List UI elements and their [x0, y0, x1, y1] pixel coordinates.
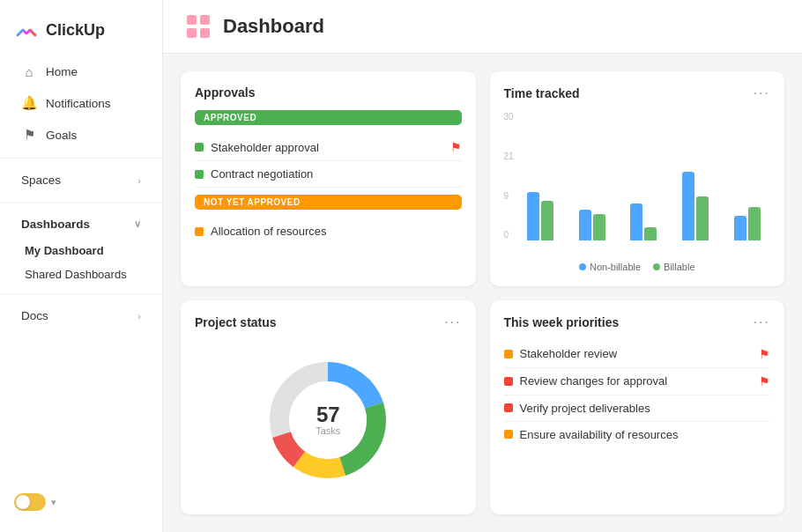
time-tracked-title: Time tracked — [504, 86, 580, 100]
project-status-menu[interactable]: ··· — [444, 314, 461, 330]
chart-legend: Non-billable Billable — [504, 262, 771, 272]
main-content: Dashboard Approvals APPROVED Stakeholder… — [163, 0, 802, 532]
sidebar-notifications-label: Notifications — [46, 97, 111, 110]
bar-blue-4 — [734, 216, 746, 240]
toggle-label: ▾ — [51, 497, 56, 508]
sidebar-item-goals[interactable]: ⚑ Goals — [7, 120, 155, 150]
priority-label-2: Verify project deliverables — [520, 402, 650, 415]
dashboard-grid: Approvals APPROVED Stakeholder approval … — [163, 54, 802, 532]
sidebar-item-notifications[interactable]: 🔔 Notifications — [7, 88, 155, 118]
bar-chart — [517, 112, 770, 258]
legend-dot-green — [653, 263, 660, 270]
sidebar-item-spaces[interactable]: Spaces › — [7, 166, 155, 194]
bar-blue-1 — [579, 210, 591, 240]
time-tracked-menu[interactable]: ··· — [754, 85, 770, 101]
spacer — [195, 188, 462, 195]
my-dashboard-label: My Dashboard — [25, 244, 104, 257]
sidebar-bottom: ▾ — [0, 483, 162, 521]
donut-number: 57 — [316, 404, 340, 425]
approvals-title: Approvals — [195, 85, 255, 100]
dashboards-label: Dashboards — [21, 218, 90, 231]
priority-item-1: Review changes for approval ⚑ — [504, 368, 771, 395]
divider-3 — [0, 293, 162, 294]
priorities-menu[interactable]: ··· — [754, 314, 770, 330]
home-icon: ⌂ — [21, 64, 37, 79]
svg-rect-1 — [200, 15, 210, 25]
legend-billable: Billable — [653, 262, 694, 272]
docs-label: Docs — [21, 309, 48, 322]
chart-wrapper: 30 21 9 0 — [504, 112, 771, 258]
sidebar-item-shared-dashboards[interactable]: Shared Dashboards — [0, 262, 162, 286]
approved-badge: APPROVED — [195, 110, 462, 125]
bar-group-4 — [724, 207, 770, 240]
approval-dot-green-1 — [195, 170, 204, 179]
bar-green-2 — [644, 227, 657, 240]
svg-rect-0 — [187, 15, 197, 25]
approval-dot-green-0 — [195, 143, 204, 151]
project-status-header: Project status ··· — [195, 314, 462, 330]
main-header: Dashboard — [163, 0, 802, 54]
bar-blue-0 — [527, 192, 539, 240]
donut-container: 57 Tasks — [195, 341, 462, 501]
theme-toggle-container[interactable]: ▾ — [14, 493, 148, 511]
donut-wrapper: 57 Tasks — [262, 354, 394, 486]
legend-non-billable: Non-billable — [579, 262, 641, 272]
legend-dot-blue — [579, 263, 586, 270]
approval-label-1: Contract negotiation — [211, 167, 313, 181]
priority-label-3: Ensure availability of resources — [520, 428, 679, 441]
shared-dashboards-label: Shared Dashboards — [25, 268, 127, 281]
sidebar-item-home[interactable]: ⌂ Home — [7, 57, 155, 86]
approvals-card: Approvals APPROVED Stakeholder approval … — [181, 71, 476, 286]
goals-icon: ⚑ — [21, 127, 37, 143]
y-label-0: 0 — [504, 230, 514, 240]
page-title: Dashboard — [223, 15, 324, 38]
y-label-9: 9 — [504, 191, 514, 201]
logo: ClickUp — [0, 11, 162, 56]
sidebar-item-my-dashboard[interactable]: My Dashboard — [0, 239, 162, 262]
bar-blue-2 — [630, 203, 642, 240]
sidebar-home-label: Home — [46, 65, 78, 78]
not-approved-badge: NOT YET APPROVED — [195, 195, 462, 210]
bar-green-0 — [541, 201, 553, 240]
toggle-knob — [16, 495, 30, 509]
priority-label-0: Stakeholder review — [520, 347, 618, 360]
time-tracked-card: Time tracked ··· 30 21 9 0 — [490, 71, 785, 286]
priorities-card: This week priorities ··· Stakeholder rev… — [490, 300, 785, 515]
bell-icon: 🔔 — [21, 95, 37, 111]
sidebar-item-dashboards[interactable]: Dashboards ∨ — [7, 211, 155, 238]
sidebar-item-docs[interactable]: Docs › — [7, 302, 155, 329]
legend-billable-label: Billable — [664, 262, 694, 272]
svg-rect-3 — [200, 28, 210, 38]
divider-1 — [0, 158, 162, 159]
priority-item-3: Ensure availability of resources — [504, 422, 771, 447]
logo-text: ClickUp — [46, 21, 105, 40]
legend-non-billable-label: Non-billable — [590, 262, 641, 272]
approval-label-2: Allocation of resources — [211, 225, 327, 238]
bar-green-4 — [748, 207, 761, 240]
priority-dot-2 — [504, 403, 513, 412]
priority-item-0: Stakeholder review ⚑ — [504, 341, 771, 368]
sidebar-goals-label: Goals — [46, 129, 77, 142]
approval-item-0: Stakeholder approval ⚑ — [195, 134, 462, 161]
bar-blue-3 — [682, 172, 694, 240]
theme-toggle[interactable] — [14, 493, 46, 511]
approval-dot-orange-0 — [195, 227, 204, 236]
svg-rect-2 — [187, 28, 197, 38]
flag-icon-0: ⚑ — [450, 140, 462, 154]
chevron-right-icon-docs: › — [137, 311, 141, 321]
sidebar: ClickUp ⌂ Home 🔔 Notifications ⚑ Goals S… — [0, 0, 163, 532]
approval-item-2: Allocation of resources — [195, 218, 462, 244]
dashboard-header-icon — [184, 12, 212, 41]
project-status-title: Project status — [195, 315, 277, 329]
y-axis-labels: 30 21 9 0 — [504, 112, 514, 258]
priority-flag-0: ⚑ — [759, 347, 770, 361]
donut-center: 57 Tasks — [316, 404, 340, 436]
bar-green-1 — [593, 214, 605, 240]
priority-dot-1 — [504, 377, 513, 386]
bar-green-3 — [696, 196, 709, 240]
approval-label-0: Stakeholder approval — [211, 141, 319, 154]
priorities-title: This week priorities — [504, 315, 620, 329]
bar-group-3 — [672, 172, 719, 240]
priority-dot-0 — [504, 350, 513, 358]
priorities-header: This week priorities ··· — [504, 314, 771, 330]
